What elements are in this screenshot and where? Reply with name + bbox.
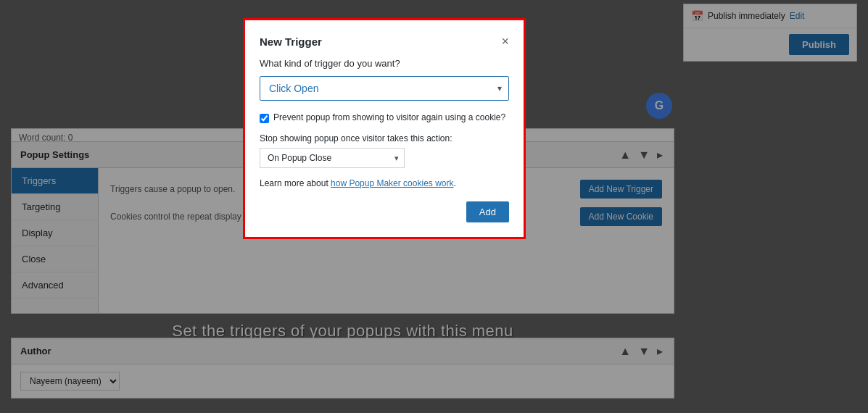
stop-showing-wrapper: On Popup Close On Popup Open Never ▾	[260, 148, 405, 168]
trigger-type-select[interactable]: Click Open Time Delay Scroll Triggered E…	[260, 76, 509, 101]
trigger-type-wrapper: Click Open Time Delay Scroll Triggered E…	[260, 76, 509, 101]
modal-header: New Trigger ×	[260, 35, 509, 48]
modal-footer: Add	[260, 201, 509, 222]
cookie-checkbox-row: Prevent popup from showing to visitor ag…	[260, 112, 509, 123]
learn-more-link[interactable]: how Popup Maker cookies work	[331, 178, 453, 188]
cookie-checkbox-label: Prevent popup from showing to visitor ag…	[273, 112, 505, 122]
modal-title: New Trigger	[260, 36, 322, 48]
modal-add-button[interactable]: Add	[466, 201, 509, 222]
learn-more-row: Learn more about how Popup Maker cookies…	[260, 178, 509, 188]
stop-showing-select[interactable]: On Popup Close On Popup Open Never	[260, 148, 405, 168]
modal-close-button[interactable]: ×	[501, 35, 509, 48]
modal-question: What kind of trigger do you want?	[260, 58, 509, 69]
stop-showing-label: Stop showing popup once visitor takes th…	[260, 133, 509, 143]
cookie-checkbox[interactable]	[260, 114, 269, 123]
new-trigger-modal: New Trigger × What kind of trigger do yo…	[243, 18, 526, 239]
